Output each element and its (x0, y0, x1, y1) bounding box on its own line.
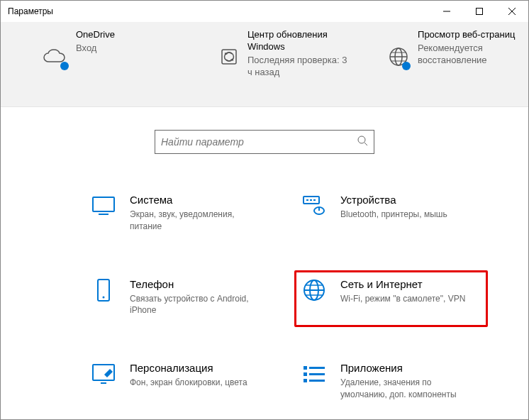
status-banner: OneDrive Вход Центр обновления Windows П… (1, 22, 528, 107)
svg-rect-17 (306, 199, 308, 201)
category-apps[interactable]: Приложения Удаление, значения по умолчан… (296, 356, 486, 409)
onedrive-sub: Вход (76, 43, 115, 55)
search-container (1, 107, 528, 168)
svg-rect-31 (304, 366, 307, 370)
search-icon (357, 136, 368, 148)
category-sub: Wi-Fi, режим "в самолете", VPN (340, 293, 465, 305)
web-browsing-status[interactable]: Просмотр веб-страниц Рекомендуется восст… (388, 29, 528, 99)
category-title: Персонализация (130, 362, 247, 374)
svg-rect-36 (309, 380, 325, 382)
windows-update-status[interactable]: Центр обновления Windows Последняя прове… (219, 29, 352, 99)
personalization-icon (91, 362, 116, 386)
system-icon (91, 194, 116, 218)
category-sub: Экран, звук, уведомления, питание (130, 209, 257, 233)
window-title: Параметры (8, 6, 430, 16)
category-title: Приложения (340, 362, 468, 374)
svg-rect-19 (313, 199, 316, 201)
svg-point-23 (103, 296, 105, 298)
onedrive-title: OneDrive (76, 29, 115, 41)
close-button[interactable] (496, 1, 528, 22)
minimize-button[interactable] (430, 1, 463, 22)
category-devices[interactable]: Устройства Bluetooth, принтеры, мышь (296, 188, 486, 241)
category-sub: Bluetooth, принтеры, мышь (340, 209, 447, 221)
apps-icon (302, 362, 326, 386)
svg-line-13 (364, 143, 367, 145)
category-personalization[interactable]: Персонализация Фон, экран блокировки, цв… (86, 356, 275, 409)
category-phone[interactable]: Телефон Связать устройство с Android, iP… (86, 272, 275, 326)
category-title: Устройства (340, 194, 447, 206)
category-sub: Удаление, значения по умолчанию, доп. ко… (340, 377, 468, 401)
update-icon (219, 45, 239, 69)
svg-rect-14 (93, 197, 114, 211)
update-sub: Последняя проверка: 3 ч назад (247, 55, 352, 79)
svg-point-12 (358, 136, 365, 143)
svg-rect-33 (304, 372, 307, 376)
web-title: Просмотр веб-страниц (418, 29, 528, 41)
svg-rect-1 (477, 9, 483, 15)
category-network[interactable]: Сеть и Интернет Wi-Fi, режим "в самолете… (294, 270, 488, 328)
update-title: Центр обновления Windows (247, 29, 352, 53)
search-input[interactable] (161, 136, 357, 148)
maximize-button[interactable] (463, 1, 496, 22)
search-box[interactable] (155, 130, 374, 154)
category-title: Сеть и Интернет (340, 278, 465, 290)
onedrive-status[interactable]: OneDrive Вход (43, 29, 184, 99)
web-sub: Рекомендуется восстановление (418, 43, 528, 67)
categories-grid: Система Экран, звук, уведомления, питани… (1, 168, 528, 409)
category-system[interactable]: Система Экран, звук, уведомления, питани… (86, 188, 275, 241)
svg-rect-18 (310, 199, 312, 201)
svg-rect-34 (309, 373, 325, 375)
svg-rect-32 (309, 367, 325, 369)
titlebar-buttons (430, 1, 528, 22)
category-sub: Связать устройство с Android, iPhone (130, 293, 257, 317)
network-icon (302, 278, 326, 302)
phone-icon (91, 278, 116, 302)
globe-icon (388, 45, 409, 69)
category-sub: Фон, экран блокировки, цвета (130, 377, 247, 389)
devices-icon (302, 194, 326, 218)
svg-rect-35 (304, 379, 307, 382)
titlebar: Параметры (1, 1, 528, 22)
cloud-icon (43, 45, 67, 69)
category-title: Система (130, 194, 257, 206)
category-title: Телефон (130, 278, 257, 290)
